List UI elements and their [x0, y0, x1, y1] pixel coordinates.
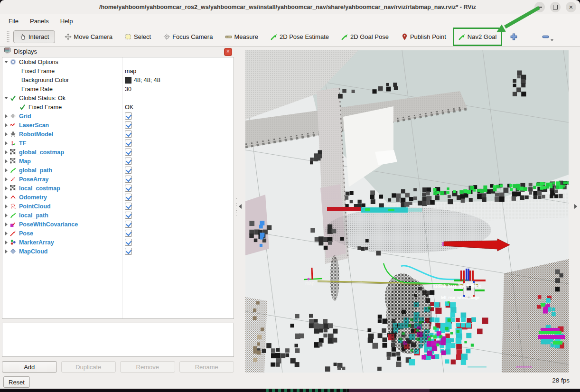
- reset-button[interactable]: Reset: [3, 376, 30, 388]
- display-row-mapcloud[interactable]: MapCloud: [2, 247, 234, 256]
- expander-collapsed-icon[interactable]: [2, 114, 10, 118]
- tree-status-fixed-frame[interactable]: Fixed FrameOK: [2, 103, 234, 112]
- visibility-checkbox[interactable]: [125, 239, 132, 246]
- tree-group-global-status-ok[interactable]: Global Status: Ok: [2, 93, 234, 103]
- tree-prop-background-color[interactable]: Background Color48; 48; 48: [2, 75, 234, 84]
- minimize-button[interactable]: [534, 2, 545, 12]
- robot-icon: [10, 131, 19, 137]
- expander-collapsed-icon[interactable]: [2, 177, 10, 181]
- menu-bar: FilePanelsHelp: [0, 14, 580, 28]
- visibility-checkbox[interactable]: [125, 221, 132, 228]
- green-arrow-icon: [458, 33, 466, 40]
- menu-item-file[interactable]: File: [3, 16, 24, 26]
- tree-group-global-options[interactable]: Global Options: [2, 57, 234, 66]
- tool-measure-button[interactable]: Measure: [222, 31, 261, 43]
- property-value: [125, 194, 132, 201]
- expander-collapsed-icon[interactable]: [2, 196, 10, 199]
- tool-nav2-goal-button[interactable]: Nav2 Goal: [456, 31, 499, 43]
- expander-collapsed-icon[interactable]: [2, 214, 10, 217]
- visibility-checkbox[interactable]: [125, 185, 132, 192]
- expander-collapsed-icon[interactable]: [2, 168, 10, 172]
- collapse-right-panel-arrow[interactable]: [574, 204, 577, 209]
- property-value: [125, 176, 132, 183]
- tree-prop-frame-rate[interactable]: Frame Rate30: [2, 84, 234, 93]
- property-name-frame-rate: Frame Rate: [21, 86, 53, 93]
- display-row-pose[interactable]: Pose: [2, 229, 234, 238]
- visibility-checkbox[interactable]: [125, 131, 132, 138]
- expander-collapsed-icon[interactable]: [2, 223, 10, 226]
- tool-interact-button[interactable]: Interact: [13, 30, 55, 43]
- expander-collapsed-icon[interactable]: [2, 132, 10, 136]
- minimize-icon: [538, 7, 542, 8]
- visibility-checkbox[interactable]: [125, 140, 132, 147]
- duplicate-display-button[interactable]: Duplicate: [61, 361, 116, 373]
- tool-move-camera-button[interactable]: Move Camera: [62, 31, 115, 43]
- expander-expanded-icon[interactable]: [2, 97, 10, 99]
- add-display-button[interactable]: Add: [2, 361, 57, 373]
- expander-collapsed-icon[interactable]: [2, 141, 10, 145]
- expander-collapsed-icon[interactable]: [2, 241, 10, 244]
- menu-item-panels[interactable]: Panels: [24, 16, 55, 26]
- tf-icon: [10, 140, 19, 146]
- tool-publish-point-button[interactable]: Publish Point: [398, 31, 449, 43]
- tool-2d-pose-estimate-button[interactable]: 2D Pose Estimate: [268, 31, 332, 43]
- tool-focus-camera-button[interactable]: Focus Camera: [160, 31, 215, 43]
- remove-tool-button[interactable]: [542, 33, 553, 41]
- expander-collapsed-icon[interactable]: [2, 159, 10, 163]
- expander-collapsed-icon[interactable]: [2, 250, 10, 253]
- display-row-odometry[interactable]: Odometry: [2, 193, 234, 202]
- expander-expanded-icon[interactable]: [2, 61, 10, 63]
- property-value: [125, 239, 132, 246]
- expander-collapsed-icon[interactable]: [2, 123, 10, 127]
- rename-display-button[interactable]: Rename: [179, 361, 234, 373]
- expander-collapsed-icon[interactable]: [2, 187, 10, 190]
- tool-select-button[interactable]: Select: [122, 31, 154, 43]
- expander-collapsed-icon[interactable]: [2, 232, 10, 235]
- display-row-local-costmap[interactable]: local_costmap: [2, 184, 234, 193]
- display-row-local-path[interactable]: local_path: [2, 211, 234, 220]
- display-row-map[interactable]: Map: [2, 157, 234, 166]
- display-row-markerarray[interactable]: MarkerArray: [2, 238, 234, 247]
- color-swatch: [125, 77, 131, 84]
- display-row-laserscan[interactable]: LaserScan: [2, 121, 234, 130]
- visibility-checkbox[interactable]: [125, 176, 132, 183]
- collapse-left-panel-arrow[interactable]: [239, 204, 242, 209]
- tool-2d-goal-pose-button[interactable]: 2D Goal Pose: [338, 31, 392, 43]
- display-row-global-costmap[interactable]: global_costmap: [2, 148, 234, 157]
- visibility-checkbox[interactable]: [125, 158, 132, 165]
- display-row-posearray[interactable]: PoseArray: [2, 175, 234, 184]
- visibility-checkbox[interactable]: [125, 112, 132, 120]
- visibility-checkbox[interactable]: [125, 248, 132, 255]
- visibility-checkbox[interactable]: [125, 230, 132, 237]
- visibility-checkbox[interactable]: [125, 203, 132, 210]
- remove-display-button[interactable]: Remove: [120, 361, 175, 373]
- display-row-robotmodel[interactable]: RobotModel: [2, 130, 234, 139]
- visibility-checkbox[interactable]: [125, 194, 132, 201]
- visibility-checkbox[interactable]: [125, 167, 132, 174]
- tool-button-label: Interact: [28, 33, 49, 40]
- maximize-button[interactable]: [550, 2, 561, 12]
- displays-panel-close-button[interactable]: ×: [224, 48, 232, 56]
- splitter-handle[interactable]: [235, 197, 237, 216]
- displays-panel-header[interactable]: Displays ×: [2, 47, 234, 56]
- title-bar[interactable]: /home/yahboom/yahboomcar_ros2_ws/yahboom…: [0, 0, 580, 15]
- display-row-posewithcovariance[interactable]: PoseWithCovariance: [2, 220, 234, 229]
- toolbar-drag-handle[interactable]: [7, 31, 9, 43]
- 3d-scene: map: [245, 50, 569, 373]
- visibility-checkbox[interactable]: [125, 149, 132, 156]
- status-ok-icon: [19, 104, 28, 110]
- visibility-checkbox[interactable]: [125, 121, 132, 129]
- display-row-pointcloud[interactable]: PointCloud: [2, 202, 234, 211]
- tree-prop-fixed-frame[interactable]: Fixed Framemap: [2, 66, 234, 75]
- expander-collapsed-icon[interactable]: [2, 205, 10, 208]
- 3d-viewport[interactable]: map: [245, 50, 569, 373]
- display-row-global-path[interactable]: global_path: [2, 166, 234, 175]
- display-row-tf[interactable]: TF: [2, 139, 234, 148]
- expander-collapsed-icon[interactable]: [2, 150, 10, 154]
- terminal-text-hint: [266, 389, 346, 392]
- visibility-checkbox[interactable]: [125, 212, 132, 219]
- close-button[interactable]: ×: [566, 2, 576, 12]
- menu-item-help[interactable]: Help: [55, 16, 79, 26]
- display-row-grid[interactable]: Grid: [2, 112, 234, 121]
- add-tool-button[interactable]: [510, 33, 518, 41]
